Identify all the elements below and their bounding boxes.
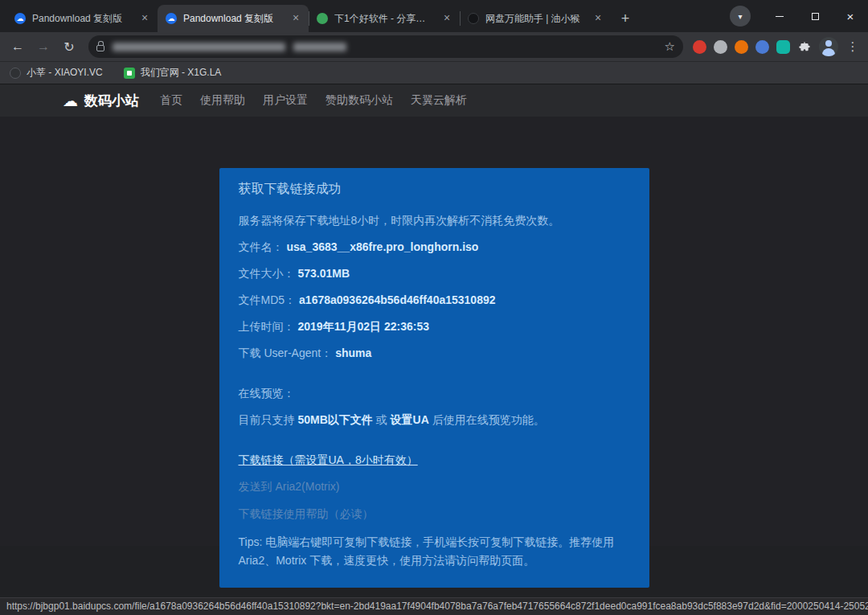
- browser-menu-icon[interactable]: ⋮: [845, 39, 860, 54]
- tab-pandownload-2-active[interactable]: ☁ Pandownload 复刻版 ×: [158, 5, 309, 32]
- browser-toolbar: ← → ↻ ☆ ⋮: [0, 32, 868, 61]
- download-help-link[interactable]: 下载链接使用帮助（必读）: [239, 506, 630, 522]
- field-label: 文件名：: [239, 240, 284, 253]
- field-label: 上传时间：: [239, 320, 295, 333]
- preview-text: 或: [373, 413, 391, 426]
- nav-item-sponsor[interactable]: 赞助数码小站: [326, 93, 393, 108]
- titlebar: ☁ Pandownload 复刻版 × ☁ Pandownload 复刻版 × …: [0, 0, 868, 32]
- field-upload-time: 上传时间：2019年11月02日 22:36:53: [239, 318, 630, 334]
- tab-xia1ge[interactable]: 下1个好软件 - 分享实用好玩有… ×: [309, 5, 460, 32]
- tab-strip: ☁ Pandownload 复刻版 × ☁ Pandownload 复刻版 × …: [0, 0, 730, 32]
- tab-favicon: [317, 13, 328, 24]
- tab-title: Pandownload 复刻版: [183, 12, 283, 26]
- site-header: ☁ 数码小站 首页 使用帮助 用户设置 赞助数码小站 天翼云解析: [0, 84, 868, 117]
- nav-item-settings[interactable]: 用户设置: [263, 93, 308, 108]
- extension-icon-1[interactable]: [693, 40, 706, 54]
- bookmark-item-x1g[interactable]: 我们官网 - X1G.LA: [124, 66, 222, 80]
- extensions-row: ⋮: [691, 37, 862, 56]
- field-value: 2019年11月02日 22:36:53: [298, 320, 429, 333]
- preview-heading: 在线预览：: [239, 385, 630, 401]
- status-url: https://bjbgp01.baidupcs.com/file/a1678a…: [0, 597, 868, 615]
- tab-pandownload-1[interactable]: ☁ Pandownload 复刻版 ×: [6, 5, 158, 32]
- tab-favicon: [468, 13, 479, 24]
- extension-icon-2[interactable]: [714, 40, 727, 54]
- field-md5: 文件MD5：a1678a0936264b56d46ff40a15310892: [239, 292, 630, 308]
- page-content: 获取下载链接成功 服务器将保存下载地址8小时，时限内再次解析不消耗免费次数。 文…: [0, 168, 868, 598]
- tips-text: Tips: 电脑端右键即可复制下载链接，手机端长按可复制下载链接。推荐使用 Ar…: [239, 533, 630, 570]
- field-value: 573.01MB: [298, 267, 350, 280]
- preview-conditions: 目前只支持 50MB以下文件 或 设置UA 后使用在线预览功能。: [239, 412, 630, 428]
- page-viewport: ☁ 数码小站 首页 使用帮助 用户设置 赞助数码小站 天翼云解析 获取下载链接成…: [0, 84, 868, 546]
- tab-title: 网盘万能助手 | 油小猴: [485, 12, 585, 26]
- extension-icon-4[interactable]: [755, 40, 769, 54]
- profile-avatar[interactable]: [819, 37, 838, 56]
- tab-favicon-cloud-icon: ☁: [14, 13, 26, 24]
- tab-close-icon[interactable]: ×: [592, 12, 604, 25]
- preview-bold: 设置UA: [391, 413, 429, 426]
- field-label: 文件大小：: [239, 267, 295, 280]
- extensions-puzzle-icon[interactable]: [797, 39, 812, 54]
- panel-notice: 服务器将保存下载地址8小时，时限内再次解析不消耗免费次数。: [239, 212, 630, 228]
- bookmark-item-xiaoyi[interactable]: 小莘 - XIAOYI.VC: [10, 66, 103, 80]
- tab-favicon-cloud-icon: ☁: [166, 13, 177, 24]
- extension-icon-3[interactable]: [735, 40, 748, 54]
- close-button[interactable]: ×: [833, 0, 868, 32]
- tab-title: 下1个好软件 - 分享实用好玩有…: [334, 12, 434, 26]
- bookmark-favicon: [10, 68, 21, 79]
- minimize-button[interactable]: [762, 0, 797, 32]
- nav-item-tianyi[interactable]: 天翼云解析: [411, 93, 467, 108]
- extension-icon-5[interactable]: [776, 40, 790, 54]
- redacted-url-segment: [293, 43, 346, 51]
- browser-window: ☁ Pandownload 复刻版 × ☁ Pandownload 复刻版 × …: [0, 0, 868, 615]
- tab-close-icon[interactable]: ×: [138, 12, 151, 25]
- redacted-url-segment: [113, 43, 285, 51]
- panel-title: 获取下载链接成功: [239, 181, 630, 197]
- nav-item-help[interactable]: 使用帮助: [200, 93, 245, 108]
- site-brand[interactable]: ☁ 数码小站: [63, 92, 139, 110]
- field-user-agent: 下载 User-Agent：shuma: [239, 345, 630, 361]
- nav-item-home[interactable]: 首页: [160, 93, 182, 108]
- bookmark-label: 我们官网 - X1G.LA: [141, 66, 222, 80]
- forward-icon[interactable]: →: [32, 35, 55, 58]
- field-value: shuma: [335, 346, 371, 359]
- field-value: usa_3683__x86fre.pro_longhorn.iso: [287, 240, 479, 253]
- tab-close-icon[interactable]: ×: [440, 12, 453, 25]
- bookmark-label: 小莘 - XIAOYI.VC: [27, 66, 103, 80]
- cloud-logo-icon: ☁: [63, 92, 78, 110]
- field-filename: 文件名：usa_3683__x86fre.pro_longhorn.iso: [239, 239, 630, 255]
- bookmark-favicon: [124, 68, 135, 79]
- site-brand-label: 数码小站: [84, 92, 139, 110]
- site-nav: 首页 使用帮助 用户设置 赞助数码小站 天翼云解析: [160, 93, 467, 108]
- bookmarks-bar: 小莘 - XIAOYI.VC 我们官网 - X1G.LA: [0, 61, 868, 84]
- bookmark-star-icon[interactable]: ☆: [665, 39, 675, 54]
- preview-bold: 50MB以下文件: [297, 413, 372, 426]
- preview-text: 后使用在线预览功能。: [429, 413, 545, 426]
- download-link[interactable]: 下载链接（需设置UA，8小时有效）: [239, 452, 418, 468]
- field-label: 文件MD5：: [239, 293, 297, 306]
- preview-text: 目前只支持: [239, 413, 298, 426]
- reload-icon[interactable]: ↻: [58, 35, 80, 58]
- field-label: 下载 User-Agent：: [239, 346, 333, 359]
- new-tab-button[interactable]: +: [614, 7, 637, 30]
- field-filesize: 文件大小：573.01MB: [239, 265, 630, 281]
- tab-youxiaohou[interactable]: 网盘万能助手 | 油小猴 ×: [460, 5, 611, 32]
- lock-icon: [96, 45, 104, 51]
- back-icon[interactable]: ←: [6, 35, 29, 58]
- result-panel: 获取下载链接成功 服务器将保存下载地址8小时，时限内再次解析不消耗免费次数。 文…: [219, 168, 649, 588]
- tab-title: Pandownload 复刻版: [32, 12, 132, 26]
- tab-close-icon[interactable]: ×: [289, 12, 302, 25]
- field-value: a1678a0936264b56d46ff40a15310892: [299, 293, 495, 306]
- send-to-aria2-link[interactable]: 发送到 Aria2(Motrix): [239, 478, 630, 494]
- tab-search-button[interactable]: ▾: [730, 6, 751, 27]
- maximize-button[interactable]: [797, 0, 833, 32]
- address-bar[interactable]: ☆: [88, 35, 683, 58]
- window-controls: ▾ ×: [730, 0, 868, 32]
